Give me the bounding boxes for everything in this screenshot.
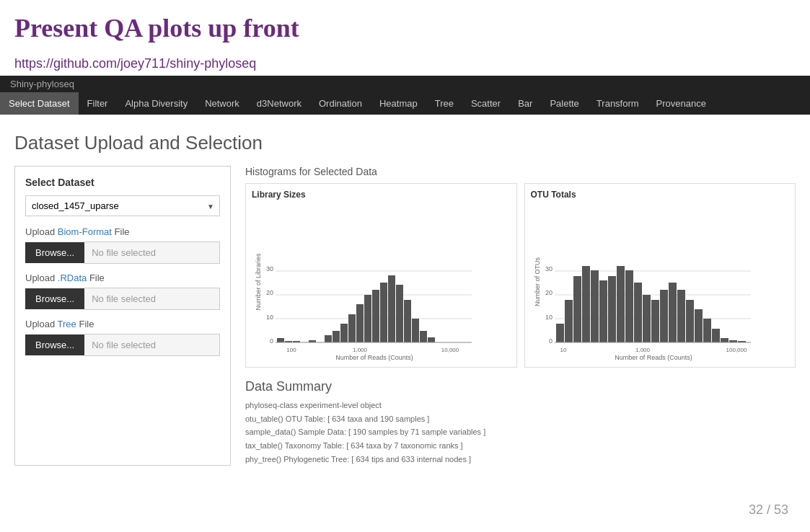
svg-rect-53 <box>643 295 651 342</box>
svg-text:10: 10 <box>545 314 552 321</box>
svg-rect-57 <box>677 290 685 342</box>
svg-rect-28 <box>428 337 435 342</box>
navbar-item-select-dataset[interactable]: Select Dataset <box>0 92 79 115</box>
navbar-item-d3network[interactable]: d3Network <box>248 92 310 115</box>
svg-rect-16 <box>333 331 340 342</box>
tree-link[interactable]: Tree <box>58 319 76 329</box>
left-panel-title: Select Dataset <box>25 177 220 188</box>
svg-rect-59 <box>695 309 703 342</box>
svg-rect-20 <box>364 295 371 342</box>
svg-rect-21 <box>372 290 379 342</box>
svg-text:10: 10 <box>266 314 273 321</box>
svg-rect-27 <box>420 331 427 342</box>
svg-rect-17 <box>340 324 348 342</box>
svg-text:20: 20 <box>545 289 552 296</box>
histograms-title: Histograms for Selected Data <box>245 166 796 177</box>
biom-format-link[interactable]: Biom-Format <box>58 226 112 237</box>
svg-rect-24 <box>396 285 403 342</box>
browse-tree-button[interactable]: Browse... <box>25 334 84 355</box>
svg-text:1,000: 1,000 <box>635 347 650 353</box>
upload-tree-row: Browse... No file selected <box>25 334 220 356</box>
navbar-item-provenance[interactable]: Provenance <box>648 92 715 115</box>
navbar-item-scatter[interactable]: Scatter <box>462 92 509 115</box>
upload-rdata-row: Browse... No file selected <box>25 288 220 310</box>
navbar-item-tree[interactable]: Tree <box>426 92 462 115</box>
navbar-item-alpha-diversity[interactable]: Alpha Diversity <box>116 92 196 115</box>
rdata-file-label: No file selected <box>84 288 220 310</box>
svg-rect-45 <box>573 276 581 342</box>
svg-rect-23 <box>388 275 395 342</box>
summary-line: phyloseq-class experiment-level object <box>245 399 796 412</box>
left-panel: Select Dataset closed_1457_uparse Upload… <box>14 166 231 466</box>
svg-rect-47 <box>591 270 599 342</box>
dataset-select[interactable]: closed_1457_uparse <box>25 195 220 216</box>
svg-text:Number of Reads (Counts): Number of Reads (Counts) <box>335 354 413 361</box>
summary-line: sample_data() Sample Data: [ 190 samples… <box>245 425 796 439</box>
svg-rect-51 <box>625 270 633 342</box>
svg-text:20: 20 <box>266 289 273 296</box>
svg-rect-48 <box>599 280 607 342</box>
svg-rect-61 <box>712 329 720 342</box>
svg-text:0: 0 <box>548 337 552 345</box>
svg-text:30: 30 <box>545 265 552 272</box>
svg-rect-43 <box>556 324 564 342</box>
biom-file-label: No file selected <box>84 241 220 264</box>
dataset-select-wrapper[interactable]: closed_1457_uparse <box>25 195 220 216</box>
svg-rect-9 <box>277 338 284 342</box>
svg-rect-26 <box>412 319 419 342</box>
upload-biom-label: Upload Biom-Format File <box>25 226 220 237</box>
library-sizes-chart: Library Sizes Number of Libraries 0 10 2… <box>245 183 517 368</box>
browse-biom-button[interactable]: Browse... <box>25 242 84 263</box>
svg-rect-22 <box>380 283 387 342</box>
summary-line: phy_tree() Phylogenetic Tree: [ 634 tips… <box>245 453 796 466</box>
navbar-brand: Shiny-phyloseq <box>0 76 810 92</box>
data-summary-lines: phyloseq-class experiment-level objectot… <box>245 399 796 466</box>
upload-tree-label: Upload Tree File <box>25 319 220 329</box>
page-counter: 32 / 53 <box>749 502 788 518</box>
browse-rdata-button[interactable]: Browse... <box>25 288 84 309</box>
tree-file-label: No file selected <box>84 334 220 356</box>
svg-text:10: 10 <box>560 347 566 353</box>
svg-rect-44 <box>565 300 573 342</box>
svg-text:Number of Reads (Counts): Number of Reads (Counts) <box>615 354 692 361</box>
navbar-item-network[interactable]: Network <box>196 92 248 115</box>
library-sizes-svg: Number of Libraries 0 10 20 30 <box>252 203 475 361</box>
otu-totals-title: OTU Totals <box>531 190 790 200</box>
svg-rect-46 <box>582 266 590 342</box>
svg-text:30: 30 <box>266 265 273 272</box>
svg-rect-54 <box>651 300 659 342</box>
main-content: Dataset Upload and Selection Select Data… <box>0 115 810 483</box>
upload-rdata-label: Upload .RData File <box>25 272 220 283</box>
navbar-item-heatmap[interactable]: Heatmap <box>371 92 426 115</box>
svg-rect-19 <box>356 304 364 342</box>
navbar-item-bar[interactable]: Bar <box>509 92 541 115</box>
svg-rect-60 <box>703 319 711 342</box>
github-link[interactable]: https://github.com/joey711/shiny-phylose… <box>0 50 810 76</box>
svg-rect-50 <box>617 266 625 342</box>
svg-text:1,000: 1,000 <box>353 347 368 353</box>
svg-rect-56 <box>669 283 677 342</box>
otu-totals-svg: Number of OTUs 0 10 20 30 <box>531 203 754 361</box>
svg-rect-15 <box>325 335 332 342</box>
svg-rect-49 <box>608 276 616 342</box>
svg-text:10,000: 10,000 <box>441 347 459 353</box>
navbar-item-ordination[interactable]: Ordination <box>310 92 371 115</box>
dataset-layout: Select Dataset closed_1457_uparse Upload… <box>14 166 796 466</box>
section-title: Dataset Upload and Selection <box>14 132 796 154</box>
upload-biom-row: Browse... No file selected <box>25 241 220 264</box>
data-summary: Data Summary phyloseq-class experiment-l… <box>245 379 796 466</box>
svg-rect-25 <box>404 300 411 342</box>
page-title: Present QA plots up front <box>0 0 810 50</box>
right-panel: Histograms for Selected Data Library Siz… <box>245 166 796 466</box>
navbar-item-filter[interactable]: Filter <box>79 92 117 115</box>
navbar-item-transform[interactable]: Transform <box>588 92 648 115</box>
library-sizes-title: Library Sizes <box>252 190 511 200</box>
navbar-item-palette[interactable]: Palette <box>541 92 587 115</box>
charts-row: Library Sizes Number of Libraries 0 10 2… <box>245 183 796 368</box>
navbar-menu: Select DatasetFilterAlpha DiversityNetwo… <box>0 92 810 115</box>
svg-rect-18 <box>348 314 356 342</box>
summary-line: tax_table() Taxonomy Table: [ 634 taxa b… <box>245 439 796 453</box>
svg-text:100,000: 100,000 <box>726 347 747 353</box>
rdata-link[interactable]: .RData <box>58 272 87 283</box>
svg-rect-55 <box>660 290 668 342</box>
